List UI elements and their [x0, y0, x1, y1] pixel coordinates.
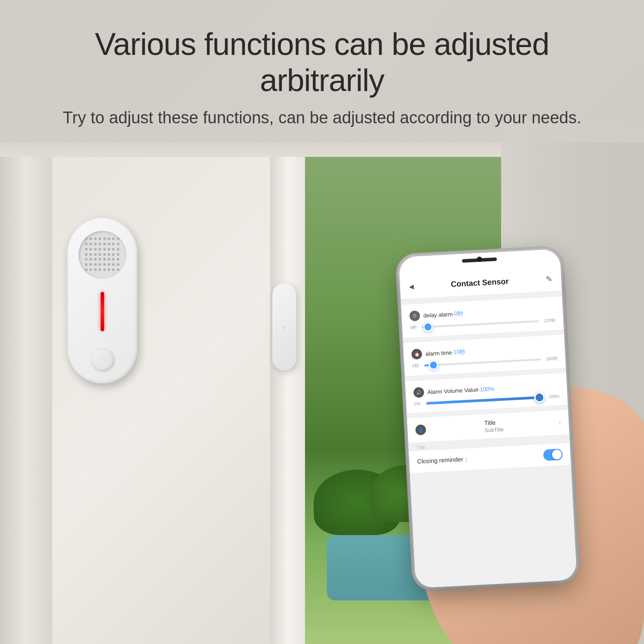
alarm-volume-icon: 🔊 — [413, 387, 424, 398]
main-title: Various functions can be adjusted arbitr… — [35, 26, 609, 98]
speaker-dots — [78, 231, 126, 279]
back-button[interactable]: ◂ — [409, 281, 414, 292]
device-body — [68, 218, 137, 383]
title-nav-content: Title SubTitle — [484, 419, 504, 434]
phone-container: ◂ Contact Sensor ✎ ⏱ delay alarm · 0秒 0秒 — [384, 224, 634, 644]
door-sensor: › — [272, 283, 296, 370]
alarm-volume-track[interactable] — [426, 396, 543, 404]
edit-button[interactable]: ✎ — [546, 274, 552, 284]
delay-alarm-max: 120秒 — [542, 317, 556, 324]
alarm-volume-thumb[interactable] — [534, 392, 545, 403]
delay-alarm-thumb[interactable] — [423, 322, 433, 332]
delay-alarm-track[interactable] — [422, 320, 539, 328]
app-content: ⏱ delay alarm · 0秒 0秒 120秒 — [401, 291, 577, 588]
top-text-area: Various functions can be adjusted arbitr… — [0, 0, 644, 142]
alarm-volume-section: 🔊 Alarm Volume Value · 100% 0% 100% — [405, 373, 568, 413]
delay-alarm-min: 0秒 — [410, 324, 419, 331]
device-button[interactable] — [92, 349, 113, 370]
title-nav-subtitle: SubTitle — [485, 427, 504, 434]
sub-title: Try to adjust these functions, can be ad… — [35, 106, 609, 129]
alarm-volume-value: 100% — [480, 385, 495, 393]
alarm-time-track[interactable] — [424, 359, 541, 366]
alarm-device — [68, 218, 137, 383]
alarm-volume-max: 100% — [546, 394, 560, 400]
alarm-time-icon: ⏰ — [411, 349, 422, 359]
closing-reminder-label: Closing reminder： — [417, 455, 470, 466]
app-title: Contact Sensor — [451, 277, 509, 289]
delay-alarm-label: delay alarm — [423, 311, 453, 319]
phone-frame: ◂ Contact Sensor ✎ ⏱ delay alarm · 0秒 0秒 — [399, 249, 577, 588]
title-nav-icon: 👤 — [415, 424, 426, 435]
alarm-time-max: 180秒 — [544, 356, 558, 363]
door-frame-left — [0, 122, 52, 644]
sensor-arrow-icon: › — [283, 322, 286, 332]
alarm-time-label: alarm time — [425, 349, 452, 357]
title-nav-title: Title — [484, 419, 503, 427]
closing-reminder-toggle[interactable] — [543, 449, 563, 461]
delay-alarm-section: ⏱ delay alarm · 0秒 0秒 120秒 — [401, 296, 563, 338]
title-nav-chevron: › — [558, 419, 561, 427]
closing-reminder-knob — [552, 450, 562, 460]
alarm-time-value: 10秒 — [453, 348, 465, 356]
device-indicator-light — [101, 292, 104, 331]
alarm-volume-min: 0% — [414, 401, 423, 406]
alarm-time-section: ⏰ alarm time · 10秒 0秒 180秒 — [403, 335, 566, 376]
alarm-volume-label: Alarm Volume Value — [427, 386, 478, 395]
alarm-volume-fill — [426, 396, 543, 404]
delay-alarm-icon: ⏱ — [409, 310, 420, 321]
door-right-frame — [270, 157, 305, 644]
speaker-grill — [78, 231, 126, 279]
sensor-body: › — [272, 283, 296, 370]
alarm-time-min: 0秒 — [412, 363, 421, 369]
alarm-time-thumb[interactable] — [429, 360, 439, 370]
phone-screen: ◂ Contact Sensor ✎ ⏱ delay alarm · 0秒 0秒 — [399, 249, 577, 588]
delay-alarm-value: 0秒 — [454, 309, 463, 318]
